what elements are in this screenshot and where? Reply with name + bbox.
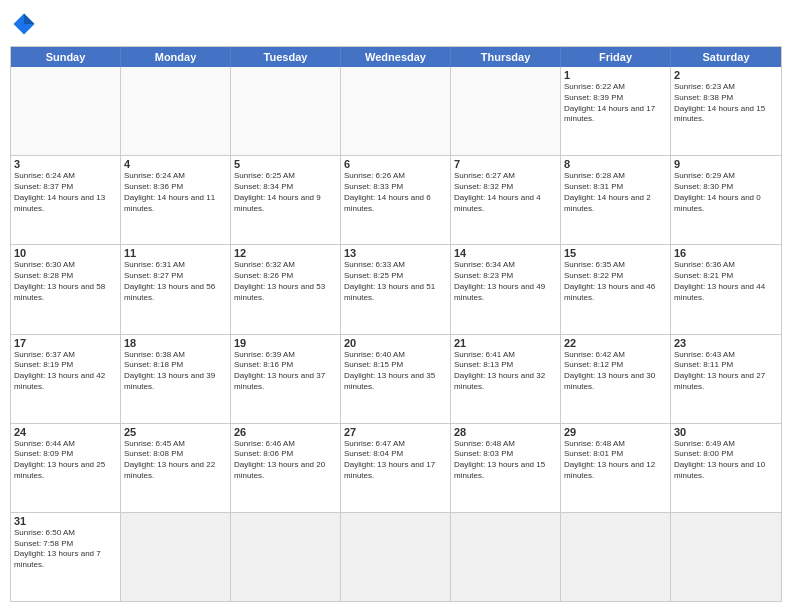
day-22: 22Sunrise: 6:42 AM Sunset: 8:12 PM Dayli… [561, 335, 671, 423]
day-12: 12Sunrise: 6:32 AM Sunset: 8:26 PM Dayli… [231, 245, 341, 333]
empty-cell-0-4 [451, 67, 561, 155]
day-info-22: Sunrise: 6:42 AM Sunset: 8:12 PM Dayligh… [564, 350, 667, 393]
day-number-20: 20 [344, 337, 447, 349]
empty-cell-5-5 [561, 513, 671, 601]
empty-cell-0-0 [11, 67, 121, 155]
day-number-6: 6 [344, 158, 447, 170]
day-info-10: Sunrise: 6:30 AM Sunset: 8:28 PM Dayligh… [14, 260, 117, 303]
day-info-23: Sunrise: 6:43 AM Sunset: 8:11 PM Dayligh… [674, 350, 778, 393]
day-8: 8Sunrise: 6:28 AM Sunset: 8:31 PM Daylig… [561, 156, 671, 244]
day-15: 15Sunrise: 6:35 AM Sunset: 8:22 PM Dayli… [561, 245, 671, 333]
weekday-thursday: Thursday [451, 47, 561, 67]
day-20: 20Sunrise: 6:40 AM Sunset: 8:15 PM Dayli… [341, 335, 451, 423]
cal-row-1: 3Sunrise: 6:24 AM Sunset: 8:37 PM Daylig… [11, 156, 781, 245]
weekday-friday: Friday [561, 47, 671, 67]
day-info-28: Sunrise: 6:48 AM Sunset: 8:03 PM Dayligh… [454, 439, 557, 482]
empty-cell-5-6 [671, 513, 781, 601]
day-info-19: Sunrise: 6:39 AM Sunset: 8:16 PM Dayligh… [234, 350, 337, 393]
day-info-25: Sunrise: 6:45 AM Sunset: 8:08 PM Dayligh… [124, 439, 227, 482]
logo-icon [10, 10, 38, 38]
day-26: 26Sunrise: 6:46 AM Sunset: 8:06 PM Dayli… [231, 424, 341, 512]
day-31: 31Sunrise: 6:50 AM Sunset: 7:58 PM Dayli… [11, 513, 121, 601]
day-info-13: Sunrise: 6:33 AM Sunset: 8:25 PM Dayligh… [344, 260, 447, 303]
svg-marker-1 [24, 14, 35, 25]
day-number-29: 29 [564, 426, 667, 438]
day-number-22: 22 [564, 337, 667, 349]
day-16: 16Sunrise: 6:36 AM Sunset: 8:21 PM Dayli… [671, 245, 781, 333]
day-info-9: Sunrise: 6:29 AM Sunset: 8:30 PM Dayligh… [674, 171, 778, 214]
day-9: 9Sunrise: 6:29 AM Sunset: 8:30 PM Daylig… [671, 156, 781, 244]
weekday-wednesday: Wednesday [341, 47, 451, 67]
day-number-26: 26 [234, 426, 337, 438]
day-19: 19Sunrise: 6:39 AM Sunset: 8:16 PM Dayli… [231, 335, 341, 423]
day-info-8: Sunrise: 6:28 AM Sunset: 8:31 PM Dayligh… [564, 171, 667, 214]
day-28: 28Sunrise: 6:48 AM Sunset: 8:03 PM Dayli… [451, 424, 561, 512]
day-number-5: 5 [234, 158, 337, 170]
day-number-10: 10 [14, 247, 117, 259]
day-number-4: 4 [124, 158, 227, 170]
day-number-19: 19 [234, 337, 337, 349]
weekday-sunday: Sunday [11, 47, 121, 67]
day-21: 21Sunrise: 6:41 AM Sunset: 8:13 PM Dayli… [451, 335, 561, 423]
day-info-16: Sunrise: 6:36 AM Sunset: 8:21 PM Dayligh… [674, 260, 778, 303]
day-17: 17Sunrise: 6:37 AM Sunset: 8:19 PM Dayli… [11, 335, 121, 423]
day-number-25: 25 [124, 426, 227, 438]
day-number-16: 16 [674, 247, 778, 259]
cal-row-5: 31Sunrise: 6:50 AM Sunset: 7:58 PM Dayli… [11, 513, 781, 601]
day-5: 5Sunrise: 6:25 AM Sunset: 8:34 PM Daylig… [231, 156, 341, 244]
empty-cell-5-2 [231, 513, 341, 601]
weekday-saturday: Saturday [671, 47, 781, 67]
cal-row-4: 24Sunrise: 6:44 AM Sunset: 8:09 PM Dayli… [11, 424, 781, 513]
day-number-21: 21 [454, 337, 557, 349]
day-number-12: 12 [234, 247, 337, 259]
day-info-5: Sunrise: 6:25 AM Sunset: 8:34 PM Dayligh… [234, 171, 337, 214]
day-number-28: 28 [454, 426, 557, 438]
day-6: 6Sunrise: 6:26 AM Sunset: 8:33 PM Daylig… [341, 156, 451, 244]
empty-cell-0-1 [121, 67, 231, 155]
day-info-21: Sunrise: 6:41 AM Sunset: 8:13 PM Dayligh… [454, 350, 557, 393]
day-info-30: Sunrise: 6:49 AM Sunset: 8:00 PM Dayligh… [674, 439, 778, 482]
header [10, 10, 782, 38]
empty-cell-0-3 [341, 67, 451, 155]
day-30: 30Sunrise: 6:49 AM Sunset: 8:00 PM Dayli… [671, 424, 781, 512]
day-number-23: 23 [674, 337, 778, 349]
day-number-13: 13 [344, 247, 447, 259]
day-info-6: Sunrise: 6:26 AM Sunset: 8:33 PM Dayligh… [344, 171, 447, 214]
cal-row-0: 1Sunrise: 6:22 AM Sunset: 8:39 PM Daylig… [11, 67, 781, 156]
day-info-11: Sunrise: 6:31 AM Sunset: 8:27 PM Dayligh… [124, 260, 227, 303]
day-10: 10Sunrise: 6:30 AM Sunset: 8:28 PM Dayli… [11, 245, 121, 333]
day-number-31: 31 [14, 515, 117, 527]
day-14: 14Sunrise: 6:34 AM Sunset: 8:23 PM Dayli… [451, 245, 561, 333]
day-number-18: 18 [124, 337, 227, 349]
day-info-15: Sunrise: 6:35 AM Sunset: 8:22 PM Dayligh… [564, 260, 667, 303]
day-number-27: 27 [344, 426, 447, 438]
day-info-20: Sunrise: 6:40 AM Sunset: 8:15 PM Dayligh… [344, 350, 447, 393]
day-info-2: Sunrise: 6:23 AM Sunset: 8:38 PM Dayligh… [674, 82, 778, 125]
day-number-11: 11 [124, 247, 227, 259]
day-info-12: Sunrise: 6:32 AM Sunset: 8:26 PM Dayligh… [234, 260, 337, 303]
calendar: SundayMondayTuesdayWednesdayThursdayFrid… [10, 46, 782, 602]
weekday-tuesday: Tuesday [231, 47, 341, 67]
empty-cell-5-4 [451, 513, 561, 601]
calendar-body: 1Sunrise: 6:22 AM Sunset: 8:39 PM Daylig… [11, 67, 781, 601]
day-info-3: Sunrise: 6:24 AM Sunset: 8:37 PM Dayligh… [14, 171, 117, 214]
day-2: 2Sunrise: 6:23 AM Sunset: 8:38 PM Daylig… [671, 67, 781, 155]
day-number-14: 14 [454, 247, 557, 259]
day-info-27: Sunrise: 6:47 AM Sunset: 8:04 PM Dayligh… [344, 439, 447, 482]
day-number-17: 17 [14, 337, 117, 349]
empty-cell-5-1 [121, 513, 231, 601]
day-11: 11Sunrise: 6:31 AM Sunset: 8:27 PM Dayli… [121, 245, 231, 333]
weekday-monday: Monday [121, 47, 231, 67]
day-4: 4Sunrise: 6:24 AM Sunset: 8:36 PM Daylig… [121, 156, 231, 244]
day-number-2: 2 [674, 69, 778, 81]
day-info-18: Sunrise: 6:38 AM Sunset: 8:18 PM Dayligh… [124, 350, 227, 393]
cal-row-2: 10Sunrise: 6:30 AM Sunset: 8:28 PM Dayli… [11, 245, 781, 334]
logo [10, 10, 42, 38]
day-number-30: 30 [674, 426, 778, 438]
day-1: 1Sunrise: 6:22 AM Sunset: 8:39 PM Daylig… [561, 67, 671, 155]
empty-cell-5-3 [341, 513, 451, 601]
day-info-7: Sunrise: 6:27 AM Sunset: 8:32 PM Dayligh… [454, 171, 557, 214]
day-info-31: Sunrise: 6:50 AM Sunset: 7:58 PM Dayligh… [14, 528, 117, 571]
day-29: 29Sunrise: 6:48 AM Sunset: 8:01 PM Dayli… [561, 424, 671, 512]
day-info-14: Sunrise: 6:34 AM Sunset: 8:23 PM Dayligh… [454, 260, 557, 303]
